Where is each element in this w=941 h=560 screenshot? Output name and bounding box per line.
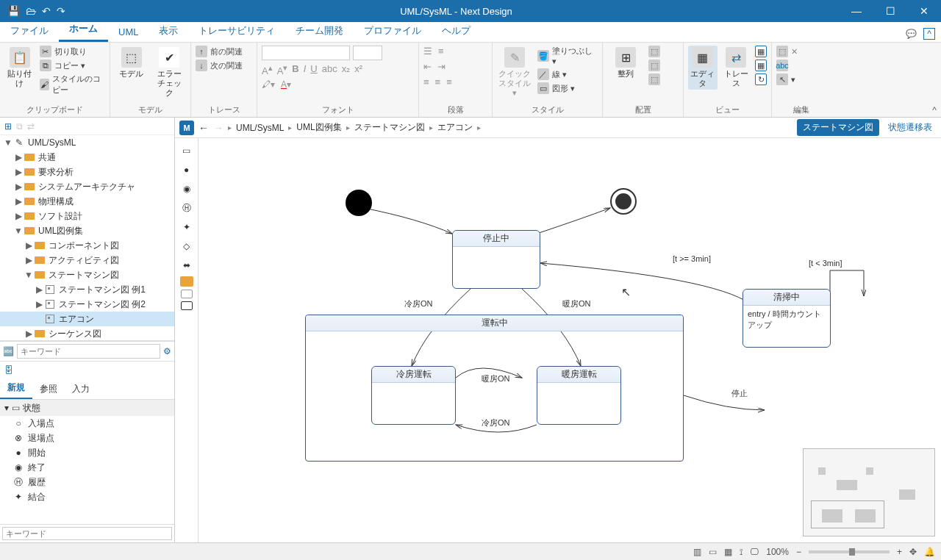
- align-opt2[interactable]: ⬚: [648, 60, 660, 71]
- breadcrumb-home-icon[interactable]: M: [179, 121, 194, 135]
- maximize-button[interactable]: ☐: [873, 5, 907, 17]
- tool-note-icon[interactable]: [181, 290, 193, 298]
- align-button[interactable]: ⊞ 整列: [607, 46, 644, 80]
- tree-item[interactable]: ▶ソフト設計: [0, 209, 174, 223]
- state-stopped[interactable]: 停止中: [452, 230, 540, 289]
- fill-button[interactable]: 🪣塗りつぶし ▾: [537, 46, 598, 66]
- tree-item[interactable]: ▶要求分析: [0, 165, 174, 179]
- edit-opt1[interactable]: ⬚✕: [776, 46, 798, 57]
- font-family-select[interactable]: [262, 46, 350, 60]
- menu-home[interactable]: ホーム: [59, 18, 108, 42]
- tree-item[interactable]: ▶共通: [0, 150, 174, 165]
- minimap[interactable]: [803, 448, 935, 536]
- font-color-icon[interactable]: A▾: [281, 79, 291, 90]
- menu-team[interactable]: チーム開発: [285, 20, 354, 42]
- state-heating[interactable]: 暖房運転: [537, 366, 621, 425]
- palette-search-input[interactable]: [2, 527, 172, 540]
- tree-item[interactable]: ▶ステートマシン図 例1: [0, 282, 174, 297]
- superscript-icon[interactable]: x²: [354, 63, 362, 76]
- state-running[interactable]: 運転中: [305, 315, 684, 462]
- tool-final-icon[interactable]: ◉: [179, 181, 195, 197]
- minimize-button[interactable]: ―: [840, 5, 873, 17]
- qat-redo-icon[interactable]: ↷: [57, 5, 65, 17]
- ribbon-expand-icon[interactable]: ^: [932, 105, 937, 115]
- nav-back-icon[interactable]: ←: [198, 122, 209, 134]
- sb-move-icon[interactable]: ✥: [909, 547, 917, 557]
- tool-choice-icon[interactable]: ◇: [179, 238, 195, 254]
- font-size-select[interactable]: [353, 46, 382, 60]
- strike-icon[interactable]: abc: [322, 63, 337, 76]
- font-grow-icon[interactable]: A▴: [262, 63, 273, 76]
- indent-icon[interactable]: ⇥: [437, 61, 446, 72]
- final-state[interactable]: [610, 188, 637, 215]
- tool-join-icon[interactable]: ✦: [179, 219, 195, 235]
- view-opt2[interactable]: ▦: [755, 60, 767, 71]
- tree-item[interactable]: ▶物理構成: [0, 194, 174, 209]
- tree-item[interactable]: ▶シーケンス図: [0, 326, 174, 341]
- tree-item[interactable]: ▼ステートマシン図: [0, 268, 174, 282]
- tool-fork-icon[interactable]: ⬌: [179, 257, 195, 273]
- close-button[interactable]: ✕: [907, 5, 941, 17]
- copy-button[interactable]: ⧉コピー ▾: [40, 60, 105, 71]
- align-opt3[interactable]: ⬚: [648, 73, 660, 85]
- palette-item[interactable]: ✦結合: [0, 489, 174, 504]
- palette-item[interactable]: ⊗退場点: [0, 431, 174, 445]
- palette-tab-ref[interactable]: 参照: [32, 379, 65, 399]
- crumb-3[interactable]: エアコン: [437, 121, 473, 134]
- line-button[interactable]: ／線 ▾: [537, 68, 598, 80]
- menu-file[interactable]: ファイル: [0, 20, 59, 42]
- bullets-icon[interactable]: ☰: [423, 46, 432, 57]
- tool-region-icon[interactable]: [180, 276, 193, 287]
- crumb-2[interactable]: ステートマシン図: [354, 121, 425, 134]
- font-shrink-icon[interactable]: A▾: [277, 63, 288, 76]
- tool-history-icon[interactable]: Ⓗ: [179, 200, 195, 216]
- menu-help[interactable]: ヘルプ: [432, 20, 481, 42]
- zoom-value[interactable]: 100%: [766, 547, 789, 557]
- tool-initial-icon[interactable]: ●: [179, 162, 195, 178]
- zoom-out-icon[interactable]: −: [796, 547, 801, 557]
- bold-icon[interactable]: B: [292, 63, 298, 76]
- edit-opt3[interactable]: ↖▾: [776, 73, 798, 85]
- quick-style-button[interactable]: ✎ クイック スタイル ▾: [497, 46, 533, 100]
- qat-open-icon[interactable]: 🗁: [26, 5, 36, 17]
- sb-layout2-icon[interactable]: ▭: [709, 547, 717, 557]
- diagram-canvas[interactable]: 停止中 運転中 冷房運転 暖房運転 清掃中 entry / 時間カウントアップ …: [198, 138, 941, 542]
- crumb-0[interactable]: UML/SysML: [236, 123, 284, 133]
- numbering-icon[interactable]: ≡: [438, 46, 444, 57]
- error-check-button[interactable]: ✔ エラーチェック: [153, 46, 187, 100]
- prev-relation-button[interactable]: ↑前の関連: [196, 46, 243, 57]
- sb-screen-icon[interactable]: 🖵: [750, 547, 759, 557]
- align-center-icon[interactable]: ≡: [435, 76, 441, 87]
- menu-profile[interactable]: プロファイル: [354, 20, 432, 42]
- tree-tool-2-icon[interactable]: ⧉: [16, 121, 23, 132]
- outdent-icon[interactable]: ⇤: [423, 61, 432, 72]
- italic-icon[interactable]: I: [304, 63, 307, 76]
- paste-button[interactable]: 📋 貼り付け: [4, 46, 35, 90]
- palette-tab-input[interactable]: 入力: [65, 379, 97, 399]
- qat-save-icon[interactable]: 💾: [7, 5, 20, 17]
- highlight-icon[interactable]: 🖍▾: [262, 79, 275, 90]
- initial-state[interactable]: [346, 190, 372, 216]
- trace-view-button[interactable]: ⇄ トレース: [722, 46, 751, 90]
- style-copy-button[interactable]: 🖌スタイルのコピー: [40, 73, 105, 96]
- tree-item[interactable]: ▶システムアーキテクチャ: [0, 179, 174, 194]
- crumb-1[interactable]: UML図例集: [296, 121, 341, 134]
- edit-opt2[interactable]: abc: [776, 60, 798, 71]
- sb-bell-icon[interactable]: 🔔: [924, 547, 935, 557]
- menu-display[interactable]: 表示: [149, 20, 188, 42]
- tree-item[interactable]: ▶コンポーネント図: [0, 238, 174, 253]
- tree-root[interactable]: ▼✎UML/SysML: [0, 135, 174, 150]
- tool-frame-icon[interactable]: [181, 301, 193, 310]
- tree-tool-3-icon[interactable]: ⇄: [27, 121, 35, 132]
- sb-target-icon[interactable]: ⟟: [740, 547, 743, 557]
- help-balloon-icon[interactable]: 💬: [906, 29, 917, 39]
- edit-close-icon[interactable]: ✕: [791, 47, 798, 57]
- model-button[interactable]: ⬚ モデル: [115, 46, 149, 80]
- palette-item[interactable]: ○入場点: [0, 416, 174, 431]
- tree-search-input[interactable]: [17, 344, 160, 359]
- palette-item[interactable]: ●開始: [0, 445, 174, 460]
- tree-tool-1-icon[interactable]: ⊞: [4, 121, 12, 132]
- sb-layout3-icon[interactable]: ▦: [724, 547, 732, 557]
- tree-item[interactable]: ▼UML図例集: [0, 223, 174, 238]
- cut-button[interactable]: ✂切り取り: [40, 46, 105, 57]
